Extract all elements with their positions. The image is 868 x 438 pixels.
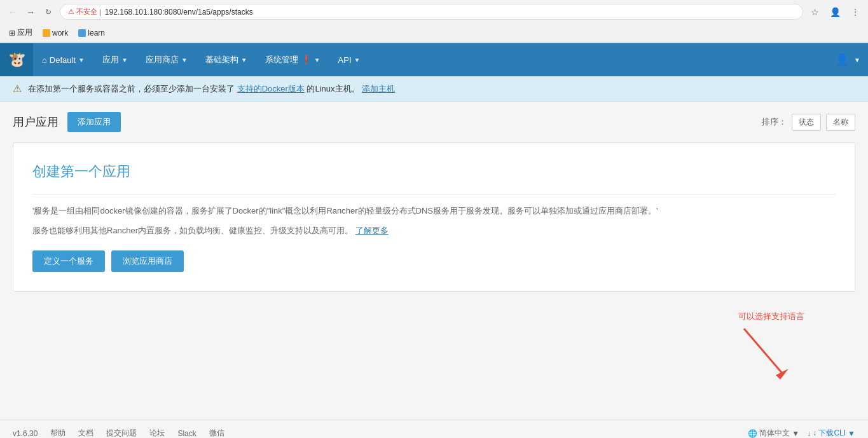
- app-navigation: 🐮 ⌂ Default ▼ 应用 ▼ 应用商店 ▼ 基础架构 ▼ 系统管理 ❗ …: [0, 43, 868, 76]
- nav-api-label: API: [338, 55, 352, 65]
- browser-chrome: ← → ↻ ⚠ 不安全 | 192.168.101.180:8080/env/1…: [0, 0, 868, 43]
- separator: |: [99, 8, 101, 16]
- warning-triangle-icon: ⚠: [13, 83, 22, 95]
- footer-lang-label: 简体中文: [759, 428, 790, 438]
- nav-appstore-label: 应用商店: [146, 54, 179, 65]
- nav-right: 👤 ▼: [835, 53, 868, 67]
- define-service-button[interactable]: 定义一个服务: [32, 250, 105, 272]
- bookmark-star-button[interactable]: ☆: [807, 4, 822, 20]
- bookmark-work[interactable]: work: [39, 27, 72, 39]
- footer-wechat-link[interactable]: 微信: [209, 428, 224, 438]
- footer: v1.6.30 帮助 文档 提交问题 论坛 Slack 微信 🌐 简体中文 ▼ …: [0, 420, 868, 438]
- arrow-container: [25, 325, 843, 385]
- bookmark-learn-label: learn: [88, 29, 105, 38]
- nav-item-appstore[interactable]: 应用商店 ▼: [137, 43, 196, 76]
- footer-version: v1.6.30: [13, 429, 38, 438]
- nav-sysadmin-chevron: ▼: [314, 57, 320, 64]
- home-icon: ⌂: [42, 55, 47, 65]
- card-actions: 定义一个服务 浏览应用商店: [32, 250, 836, 272]
- footer-lang-chevron: ▼: [792, 429, 799, 438]
- address-text: 192.168.101.180:8080/env/1a5/apps/stacks: [105, 8, 795, 17]
- footer-slack-link[interactable]: Slack: [177, 429, 196, 438]
- main-content: 用户应用 添加应用 排序： 状态 名称 创建第一个应用 '服务是一组由相同doc…: [0, 102, 868, 420]
- nav-item-apps[interactable]: 应用 ▼: [93, 43, 137, 76]
- add-app-button[interactable]: 添加应用: [67, 112, 121, 132]
- bookmarks-apps[interactable]: ⊞ 应用: [5, 26, 36, 39]
- nav-appstore-chevron: ▼: [181, 57, 188, 64]
- apps-grid-icon: ⊞: [9, 29, 15, 38]
- user-icon[interactable]: 👤: [835, 53, 849, 67]
- nav-api-chevron: ▼: [354, 57, 361, 64]
- card-divider: [32, 194, 836, 195]
- warning-icon: ⚠: [68, 8, 74, 16]
- bookmarks-bar: ⊞ 应用 work learn: [0, 24, 868, 43]
- warning-banner: ⚠ 在添加第一个服务或容器之前，必须至少添加一台安装了 支持的Docker版本 …: [0, 76, 868, 102]
- nav-infra-chevron: ▼: [241, 57, 247, 64]
- footer-language-selector[interactable]: 🌐 简体中文 ▼: [748, 428, 799, 438]
- content-card: 创建第一个应用 '服务是一组由相同docker镜像创建的容器，服务扩展了Dock…: [13, 142, 855, 292]
- svg-marker-1: [776, 369, 789, 380]
- warning-message: 在添加第一个服务或容器之前，必须至少添加一台安装了 支持的Docker版本 的L…: [28, 83, 395, 95]
- footer-issues-link[interactable]: 提交问题: [106, 428, 137, 438]
- annotation-area: 可以选择支持语言: [13, 292, 855, 391]
- nav-default-chevron: ▼: [78, 57, 85, 64]
- security-indicator: ⚠ 不安全 |: [68, 7, 101, 17]
- red-arrow-icon: [741, 325, 792, 383]
- bookmark-work-label: work: [52, 29, 68, 38]
- browser-actions: ☆ 👤 ⋮: [807, 4, 863, 20]
- forward-button[interactable]: →: [23, 4, 38, 20]
- svg-line-0: [744, 329, 782, 373]
- nav-item-sysadmin[interactable]: 系统管理 ❗ ▼: [256, 43, 329, 76]
- footer-download-chevron: ▼: [848, 429, 855, 438]
- logo-icon: 🐮: [8, 51, 25, 68]
- annotation-label: 可以选择支持语言: [738, 311, 804, 321]
- nav-item-infra[interactable]: 基础架构 ▼: [196, 43, 256, 76]
- app-logo[interactable]: 🐮: [0, 43, 33, 76]
- menu-button[interactable]: ⋮: [848, 4, 863, 20]
- sort-name-button[interactable]: 名称: [826, 114, 855, 131]
- warning-text-middle: 的Linux主机。: [307, 84, 359, 93]
- card-description-1: '服务是一组由相同docker镜像创建的容器，服务扩展了Docker的"link…: [32, 205, 836, 218]
- nav-apps-chevron: ▼: [121, 57, 128, 64]
- nav-infra-label: 基础架构: [205, 54, 238, 65]
- address-bar[interactable]: ⚠ 不安全 | 192.168.101.180:8080/env/1a5/app…: [60, 4, 803, 20]
- globe-icon: 🌐: [748, 429, 757, 438]
- bookmark-learn[interactable]: learn: [74, 27, 109, 39]
- sort-state-button[interactable]: 状态: [792, 114, 821, 131]
- security-text: 不安全: [76, 7, 97, 17]
- footer-download-cli[interactable]: ↓ ↓ 下载CLI ▼: [807, 428, 855, 438]
- nav-item-default[interactable]: ⌂ Default ▼: [33, 43, 93, 76]
- download-icon: ↓: [807, 429, 811, 438]
- card-desc2-text: 服务也能够利用其他Rancher内置服务，如负载均衡、健康监控、升级支持以及高可…: [32, 226, 353, 235]
- nav-default-label: Default: [50, 55, 76, 65]
- card-title: 创建第一个应用: [32, 162, 836, 181]
- footer-download-label: ↓ 下载CLI: [813, 428, 846, 438]
- nav-buttons: ← → ↻: [5, 4, 56, 20]
- bookmark-work-icon: [43, 29, 50, 37]
- sort-controls: 排序： 状态 名称: [762, 114, 855, 131]
- nav-item-api[interactable]: API ▼: [329, 43, 369, 76]
- card-description-2: 服务也能够利用其他Rancher内置服务，如负载均衡、健康监控、升级支持以及高可…: [32, 224, 836, 238]
- nav-warning-icon: ❗: [301, 55, 312, 65]
- warning-text-before: 在添加第一个服务或容器之前，必须至少添加一台安装了: [28, 84, 235, 93]
- nav-sysadmin-label: 系统管理: [265, 54, 298, 65]
- bookmark-learn-icon: [78, 29, 86, 37]
- annotation-text: 可以选择支持语言: [25, 311, 843, 322]
- back-button[interactable]: ←: [5, 4, 20, 20]
- footer-docs-link[interactable]: 文档: [78, 428, 93, 438]
- footer-help-link[interactable]: 帮助: [50, 428, 65, 438]
- warning-docker-link[interactable]: 支持的Docker版本: [237, 84, 305, 93]
- browser-toolbar: ← → ↻ ⚠ 不安全 | 192.168.101.180:8080/env/1…: [0, 0, 868, 24]
- warning-add-host-link[interactable]: 添加主机: [362, 84, 395, 93]
- page-title: 用户应用: [13, 114, 59, 130]
- browse-appstore-button[interactable]: 浏览应用商店: [111, 250, 184, 272]
- reload-button[interactable]: ↻: [41, 4, 56, 20]
- page-header: 用户应用 添加应用 排序： 状态 名称: [13, 112, 855, 132]
- footer-right: 🌐 简体中文 ▼ ↓ ↓ 下载CLI ▼: [748, 428, 855, 438]
- bookmarks-apps-label: 应用: [17, 27, 32, 38]
- footer-forum-link[interactable]: 论坛: [149, 428, 165, 438]
- learn-more-link[interactable]: 了解更多: [355, 226, 389, 235]
- user-profile-button[interactable]: 👤: [827, 4, 843, 20]
- user-chevron: ▼: [854, 57, 860, 64]
- nav-apps-label: 应用: [102, 54, 119, 65]
